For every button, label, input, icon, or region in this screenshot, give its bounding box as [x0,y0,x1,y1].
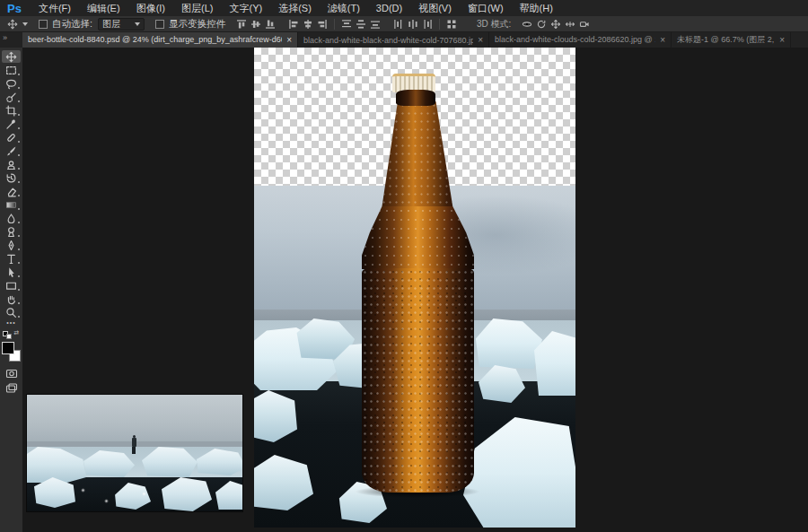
quick-selection-tool[interactable] [2,91,21,103]
tab-untitled-1[interactable]: 未标题-1 @ 66.7% (图层 2, RGB/8... × [672,32,791,48]
tab-title: black-and-white-black-and-white-cold-707… [303,36,473,45]
rectangle-tool[interactable] [2,279,21,292]
bottle-body [362,268,474,493]
bottle-shoulder [362,206,474,269]
menu-layer[interactable]: 图层(L) [173,0,221,16]
current-tool-button[interactable] [5,19,28,30]
menu-bar: Ps 文件(F) 编辑(E) 图像(I) 图层(L) 文字(Y) 选择(S) 滤… [0,0,808,16]
snow-speck [81,488,85,493]
tab-black-and-white-cold[interactable]: black-and-white-black-and-white-cold-707… [298,32,489,48]
menu-file[interactable]: 文件(F) [31,0,79,16]
menu-help[interactable]: 帮助(H) [512,0,561,16]
menu-filter[interactable]: 滤镜(T) [320,0,368,16]
eraser-tool[interactable] [2,185,21,197]
menu-edit[interactable]: 编辑(E) [79,0,128,16]
auto-select-label: 自动选择: [52,18,92,31]
mode-3d-label: 3D 模式: [477,18,511,31]
default-colors-icon [6,334,12,339]
menu-image[interactable]: 图像(I) [128,0,173,16]
tools-palette: ••• ⇄ [0,48,22,532]
document-canvas[interactable] [254,48,575,528]
healing-brush-tool[interactable] [2,131,21,144]
distribute-vertical-center-icon[interactable] [356,19,366,30]
auto-select-checkbox[interactable] [39,20,48,29]
quick-mask-button[interactable] [2,367,21,379]
align-right-icon[interactable] [317,19,328,30]
align-top-icon[interactable] [236,19,247,30]
tab-beer-bottle-cold[interactable]: beer-bottle-cold-8840.psd @ 24% (dirt_ch… [22,32,298,48]
snow-speck [104,499,109,503]
align-horizontal-center-icon[interactable] [303,19,313,30]
align-bottom-icon[interactable] [265,19,276,30]
reference-image-ice-beach[interactable] [27,395,242,511]
brush-tool[interactable] [2,144,21,157]
history-brush-tool[interactable] [2,171,21,184]
distribute-horizontal-center-icon[interactable] [408,19,418,30]
distribute-bottom-icon[interactable] [370,19,381,30]
snow-speck [142,492,146,496]
align-left-icon[interactable] [288,19,299,30]
foreground-color-swatch[interactable] [2,342,14,354]
ps-logo: Ps [0,2,31,15]
distribute-right-icon[interactable] [422,19,433,30]
chevron-down-icon [22,22,28,26]
distribute-left-icon[interactable] [393,19,404,30]
align-vertical-center-icon[interactable] [250,19,261,30]
menu-window[interactable]: 窗口(W) [460,0,512,16]
close-icon[interactable]: × [286,35,292,45]
bottle-collar [396,90,435,106]
close-icon[interactable]: × [660,35,665,45]
person-silhouette [131,435,136,454]
3d-slide-icon[interactable] [565,19,575,30]
default-swap-colors[interactable]: ⇄ [3,329,19,340]
show-transform-label: 显示变换控件 [169,18,225,31]
tab-title: black-and-white-clouds-cold-2086620.jpg … [495,34,655,46]
3d-camera-icon[interactable] [579,19,590,30]
menu-3d[interactable]: 3D(D) [368,0,410,16]
tool-options-bar: 自动选择: 图层 显示变换控件 3D 模式: [0,16,808,32]
show-transform-checkbox[interactable] [155,20,164,29]
3d-pan-icon[interactable] [550,19,561,30]
distribute-spacing-icon[interactable] [446,19,457,30]
eyedropper-tool[interactable] [2,118,21,130]
3d-orbit-icon[interactable] [522,19,532,30]
pasteboard [22,48,808,532]
marquee-tool[interactable] [2,64,21,76]
swap-colors-icon: ⇄ [13,329,19,336]
crop-tool[interactable] [2,104,21,117]
color-swatches[interactable] [2,342,21,362]
menu-type[interactable]: 文字(Y) [221,0,270,16]
type-tool[interactable] [2,252,21,265]
zoom-tool[interactable] [2,306,21,318]
tab-title: 未标题-1 @ 66.7% (图层 2, RGB/8... [677,34,775,46]
gradient-tool[interactable] [2,198,21,211]
dodge-tool[interactable] [2,225,21,238]
path-selection-tool[interactable] [2,266,21,278]
move-tool-icon [7,19,18,30]
photoshop-window: Ps 文件(F) 编辑(E) 图像(I) 图层(L) 文字(Y) 选择(S) 滤… [0,0,808,532]
auto-select-value: 图层 [102,18,120,31]
screen-mode-button[interactable] [2,381,21,394]
distribute-top-icon[interactable] [341,19,352,30]
close-icon[interactable]: × [478,35,483,45]
document-tab-bar: » beer-bottle-cold-8840.psd @ 24% (dirt_… [0,32,808,48]
tab-title: beer-bottle-cold-8840.psd @ 24% (dirt_ch… [28,34,282,46]
pen-tool[interactable] [2,239,21,251]
menu-select[interactable]: 选择(S) [270,0,320,16]
edit-toolbar-button[interactable]: ••• [0,319,22,326]
hand-tool[interactable] [2,292,21,305]
3d-roll-icon[interactable] [536,19,547,30]
clone-stamp-tool[interactable] [2,158,21,170]
chevron-down-icon [135,22,140,26]
tab-overflow-icon[interactable]: » [0,32,22,48]
auto-select-dropdown[interactable]: 图层 [98,18,145,31]
lasso-tool[interactable] [2,77,21,90]
tab-clouds-cold[interactable]: black-and-white-clouds-cold-2086620.jpg … [489,32,672,48]
blur-tool[interactable] [2,212,21,224]
menu-view[interactable]: 视图(V) [410,0,460,16]
close-icon[interactable]: × [779,35,785,45]
move-tool[interactable] [2,50,21,63]
